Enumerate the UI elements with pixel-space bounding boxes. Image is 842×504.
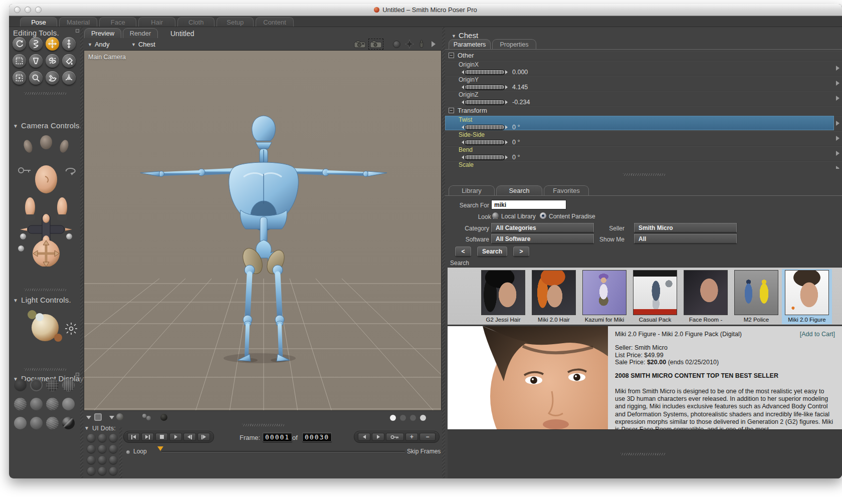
result-m2-police[interactable]: M2 Police	[731, 269, 781, 324]
page-dot-icon[interactable]	[410, 415, 416, 421]
software-dropdown[interactable]: All Software	[491, 234, 594, 243]
flat-lined-display-icon[interactable]	[46, 398, 59, 410]
tracking-ball-icon[interactable]	[116, 413, 123, 420]
panel-divider[interactable]	[24, 92, 66, 95]
result-casual-pack[interactable]: Casual Pack	[630, 269, 680, 324]
dial-decrement-icon[interactable]	[462, 155, 464, 159]
add-to-cart-link[interactable]: [Add to Cart]	[800, 331, 835, 338]
wireframe-display-icon[interactable]	[46, 379, 59, 391]
ui-dot[interactable]	[87, 456, 95, 464]
morphing-tool-tool[interactable]	[46, 54, 59, 68]
tab-library[interactable]: Library	[449, 185, 495, 195]
previous-key-button[interactable]	[358, 433, 370, 441]
ui-dot[interactable]	[87, 467, 95, 475]
cartoon-display-icon[interactable]	[62, 398, 75, 410]
ui-dot[interactable]	[98, 467, 106, 475]
element-selector[interactable]: ▼Chest	[131, 41, 155, 48]
collapse-triangle-icon[interactable]: ▼	[13, 298, 18, 303]
ui-dot[interactable]	[109, 445, 117, 453]
step-back-button[interactable]	[183, 433, 196, 441]
dial-increment-icon[interactable]	[505, 85, 508, 89]
multi-ball-icon[interactable]	[146, 416, 151, 420]
ui-dot[interactable]	[98, 456, 106, 464]
tab-parameters[interactable]: Parameters	[449, 39, 491, 49]
result-thumbnail[interactable]	[633, 270, 677, 315]
light-controls-cluster[interactable]	[19, 304, 78, 350]
shadow-ball-icon[interactable]	[160, 414, 167, 421]
panel-divider[interactable]	[623, 173, 665, 176]
room-tab-material[interactable]: Material	[59, 17, 97, 27]
next-page-button[interactable]: >	[513, 246, 529, 257]
category-dropdown[interactable]: All Categories	[491, 223, 594, 232]
room-tab-face[interactable]: Face	[99, 17, 136, 27]
collapse-triangle-icon[interactable]: ▼	[84, 425, 89, 431]
page-dot-icon[interactable]	[420, 415, 426, 421]
param-menu-arrow-icon[interactable]	[836, 66, 839, 71]
result-kazumi-for-miki[interactable]: Kazumi for Miki	[579, 269, 629, 324]
result-g2-jessi-hair[interactable]: G2 Jessi Hair	[478, 269, 528, 324]
panel-expand-arrow-icon[interactable]	[432, 41, 436, 47]
search-input[interactable]	[491, 200, 566, 209]
dial-increment-icon[interactable]	[505, 100, 508, 104]
ui-dot[interactable]	[87, 434, 95, 442]
param-menu-arrow-icon[interactable]	[836, 136, 839, 141]
panel-divider[interactable]	[24, 289, 66, 291]
sidebar-resize-gutter[interactable]	[80, 27, 83, 478]
hidden-line-display-icon[interactable]	[62, 379, 75, 391]
local-library-radio-label[interactable]: Local Library	[501, 213, 536, 220]
page-dot-icon[interactable]	[390, 415, 396, 421]
collapse-triangle-icon[interactable]: ▼	[13, 123, 18, 129]
room-tab-setup[interactable]: Setup	[217, 17, 254, 27]
ui-dot[interactable]	[109, 456, 117, 464]
color-tool[interactable]	[62, 54, 76, 68]
param-dial[interactable]	[465, 70, 505, 75]
param-dial[interactable]	[465, 140, 505, 145]
tab-properties[interactable]: Properties	[492, 39, 536, 49]
room-tab-hair[interactable]: Hair	[138, 17, 175, 27]
ui-dot[interactable]	[109, 434, 117, 442]
tab-render[interactable]: Render	[123, 28, 158, 38]
current-frame-counter[interactable]: 00001	[263, 432, 292, 442]
play-button[interactable]	[169, 433, 182, 441]
tab-favorites[interactable]: Favorites	[544, 185, 589, 195]
smooth-lined-display-icon[interactable]	[30, 417, 43, 429]
horizontal-scrollbar-handle[interactable]	[620, 453, 666, 455]
ui-dot[interactable]	[98, 434, 106, 442]
ui-dot[interactable]	[109, 467, 117, 475]
ui-dot[interactable]	[87, 445, 95, 453]
room-tab-content[interactable]: Content	[256, 17, 294, 27]
total-frames-counter[interactable]: 00030	[302, 432, 332, 442]
dial-decrement-icon[interactable]	[462, 125, 464, 129]
outline-display-icon[interactable]	[30, 379, 43, 391]
edit-keyframes-button[interactable]	[386, 433, 404, 441]
tab-preview[interactable]: Preview	[84, 28, 121, 38]
sketch-shaded-display-icon[interactable]	[62, 417, 75, 429]
silhouette-display-icon[interactable]	[14, 379, 27, 391]
param-menu-arrow-icon[interactable]	[836, 96, 839, 101]
add-keyframe-button[interactable]: +	[405, 433, 418, 441]
room-tab-cloth[interactable]: Cloth	[177, 17, 215, 27]
content-paradise-radio-label[interactable]: Content Paradise	[549, 213, 595, 220]
previous-page-button[interactable]: <	[455, 246, 471, 257]
tab-search[interactable]: Search	[496, 185, 542, 195]
panel-grip-icon[interactable]	[76, 373, 79, 376]
dial-decrement-icon[interactable]	[462, 100, 464, 104]
lit-wireframe-display-icon[interactable]	[14, 398, 27, 410]
result-thumbnail[interactable]	[734, 270, 778, 315]
depth-cue-menu-icon[interactable]	[86, 416, 91, 422]
step-forward-button[interactable]	[197, 433, 210, 441]
camera-selected-icon[interactable]	[370, 40, 382, 48]
collapse-box-icon[interactable]: −	[449, 53, 454, 58]
dial-decrement-icon[interactable]	[462, 85, 464, 89]
rotate-tool[interactable]	[13, 37, 26, 51]
result-thumbnail[interactable]	[684, 270, 728, 315]
dial-increment-icon[interactable]	[505, 140, 508, 144]
show-me-dropdown[interactable]: All	[634, 234, 737, 243]
param-dial[interactable]	[465, 155, 505, 160]
first-frame-button[interactable]	[127, 433, 140, 441]
view-magnifier-tool[interactable]	[29, 71, 43, 85]
translate-tool[interactable]	[46, 37, 59, 51]
loop-indicator-icon[interactable]	[126, 450, 130, 454]
search-button[interactable]: Search	[477, 246, 507, 257]
dial-increment-icon[interactable]	[505, 70, 508, 74]
